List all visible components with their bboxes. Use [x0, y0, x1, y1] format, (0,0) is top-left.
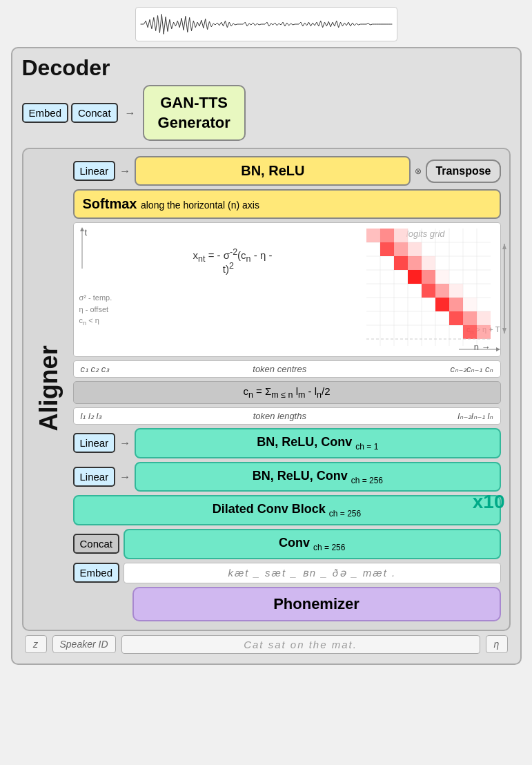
softmax-box: Softmax along the horizontal (n) axis	[73, 189, 501, 219]
bottom-row: z Speaker ID Cat sat on the mat. η	[22, 635, 511, 654]
conv-sub: ch = 256	[313, 543, 345, 552]
svg-rect-24	[394, 242, 408, 256]
linear-bn-relu-conv2-row: Linear → BN, ReLU, Conv ch = 256	[73, 462, 501, 492]
waveform-display	[135, 7, 397, 41]
svg-rect-39	[463, 311, 477, 325]
linear-box-3: Linear	[73, 467, 116, 487]
token-lengths-right: lₙ₋₂lₙ₋₁ lₙ	[457, 411, 493, 421]
sigma-note: σ² - temp.η - offsetcn < η	[79, 292, 112, 329]
aligner-title: Aligner	[32, 156, 66, 621]
svg-rect-41	[463, 325, 477, 339]
transpose-box: Transpose	[426, 159, 500, 183]
svg-rect-40	[477, 311, 491, 325]
svg-marker-4	[496, 347, 500, 351]
svg-rect-21	[380, 229, 394, 242]
arrow-to-gan: →	[125, 107, 136, 119]
otimes: ⊗	[415, 166, 422, 176]
svg-rect-42	[477, 325, 491, 339]
linear-box-2: Linear	[73, 433, 116, 453]
bn-relu-conv1-label: BN, ReLU, Conv	[257, 435, 352, 449]
concat-conv-row: Concat Conv ch = 256	[73, 529, 501, 559]
dilated-conv-sub: ch = 256	[329, 509, 361, 519]
phonemizer-row: Phonemizer	[73, 587, 501, 621]
embed-phoneme-row: Embed kæt _ sæt _ ʙn _ ðə _ mæt .	[73, 563, 501, 583]
svg-rect-22	[394, 229, 408, 242]
sentence-box: Cat sat on the mat.	[121, 635, 480, 654]
bn-relu-conv2-label: BN, ReLU, Conv	[253, 469, 348, 483]
gan-tts-label: GAN-TTSGenerator	[158, 94, 230, 131]
svg-marker-46	[502, 328, 506, 333]
svg-rect-31	[435, 270, 449, 284]
eta-box: η	[486, 635, 508, 653]
svg-rect-37	[463, 298, 477, 311]
bn-relu-box: BN, ReLU	[135, 156, 411, 186]
decoder-title: Decoder	[22, 55, 511, 81]
embed-box-2: Embed	[73, 563, 120, 583]
svg-rect-20	[366, 229, 380, 242]
token-lengths-label: token lengths	[253, 411, 306, 421]
token-lengths-left: l₁ l₂ l₃	[81, 411, 102, 421]
gan-tts-box: GAN-TTSGenerator	[143, 85, 246, 141]
softmax-sub-label: along the horizontal (n) axis	[141, 200, 259, 211]
token-centres-label: token centres	[253, 364, 306, 374]
main-container: Decoder Embed Concat → GAN-TTSGenerator …	[0, 0, 532, 765]
linear-bn-relu-conv1-row: Linear → BN, ReLU, Conv ch = 1	[73, 428, 501, 458]
logits-grid: t n → logits grid xnt = - σ-2(cn - η - t…	[73, 222, 501, 357]
cn-formula: cn = Σm ≤ n lm - ln/2	[243, 385, 330, 397]
svg-rect-29	[408, 270, 422, 284]
bn-relu-conv1-sub: ch = 1	[355, 442, 378, 452]
embed-concat-group: Embed Concat	[22, 103, 118, 123]
linear-bn-relu-row: Linear → BN, ReLU ⊗ Transpose	[73, 156, 501, 186]
svg-rect-27	[408, 256, 422, 270]
x10-label: x10	[473, 491, 505, 513]
aligner-content: Linear → BN, ReLU ⊗ Transpose Softmax al…	[73, 156, 501, 621]
token-centres-right: cₙ₋₂cₙ₋₁ cₙ	[450, 364, 493, 374]
dilated-conv-label: Dilated Conv Block	[213, 502, 326, 516]
svg-marker-2	[80, 227, 84, 231]
cn-formula-box: cn = Σm ≤ n lm - ln/2	[73, 381, 501, 404]
token-lengths-row: l₁ l₂ l₃ token lengths lₙ₋₂lₙ₋₁ lₙ	[73, 407, 501, 425]
arrow-2: →	[119, 437, 130, 449]
token-centres-row: c₁ c₂ c₃ token centres cₙ₋₂cₙ₋₁ cₙ	[73, 360, 501, 378]
linear-box-1: Linear	[73, 161, 116, 181]
dilated-conv-row: Dilated Conv Block ch = 256 x10	[73, 495, 501, 525]
arrow-1: →	[119, 165, 130, 177]
bn-relu-conv1-box: BN, ReLU, Conv ch = 1	[135, 428, 500, 458]
svg-rect-32	[422, 284, 435, 298]
t-axis-label: t	[85, 227, 88, 238]
svg-rect-36	[449, 298, 463, 311]
conv-box: Conv ch = 256	[124, 529, 500, 559]
svg-rect-28	[422, 256, 435, 270]
softmax-label: Softmax	[83, 196, 137, 211]
concat-label-top: Concat	[71, 103, 118, 123]
svg-rect-26	[394, 256, 408, 270]
svg-marker-45	[502, 244, 506, 249]
phonemizer-box: Phonemizer	[132, 587, 501, 621]
logits-formula-2: t)2	[223, 261, 234, 275]
aligner-box: Aligner Linear → BN, ReLU ⊗ Transpose So…	[22, 148, 511, 630]
decoder-box: Decoder Embed Concat → GAN-TTSGenerator …	[11, 47, 522, 665]
bn-relu-conv2-box: BN, ReLU, Conv ch = 256	[135, 462, 500, 492]
decoder-top-row: Embed Concat → GAN-TTSGenerator	[22, 85, 511, 141]
svg-rect-25	[408, 242, 422, 256]
bn-relu-conv2-sub: ch = 256	[351, 475, 383, 485]
conv-label: Conv	[279, 536, 310, 550]
svg-rect-30	[422, 270, 435, 284]
speaker-id-box: Speaker ID	[52, 635, 116, 653]
phoneme-text-box: kæt _ sæt _ ʙn _ ðə _ mæt .	[124, 563, 500, 583]
svg-rect-38	[449, 311, 463, 325]
svg-rect-33	[435, 284, 449, 298]
svg-rect-35	[435, 298, 449, 311]
z-box: z	[25, 635, 47, 653]
dilated-conv-box: Dilated Conv Block ch = 256 x10	[73, 495, 501, 525]
token-centres-left: c₁ c₂ c₃	[81, 364, 110, 374]
concat-box-2: Concat	[73, 534, 120, 554]
embed-label-top: Embed	[22, 103, 69, 123]
arrow-3: →	[119, 471, 130, 483]
svg-rect-34	[449, 284, 463, 298]
svg-rect-23	[380, 242, 394, 256]
